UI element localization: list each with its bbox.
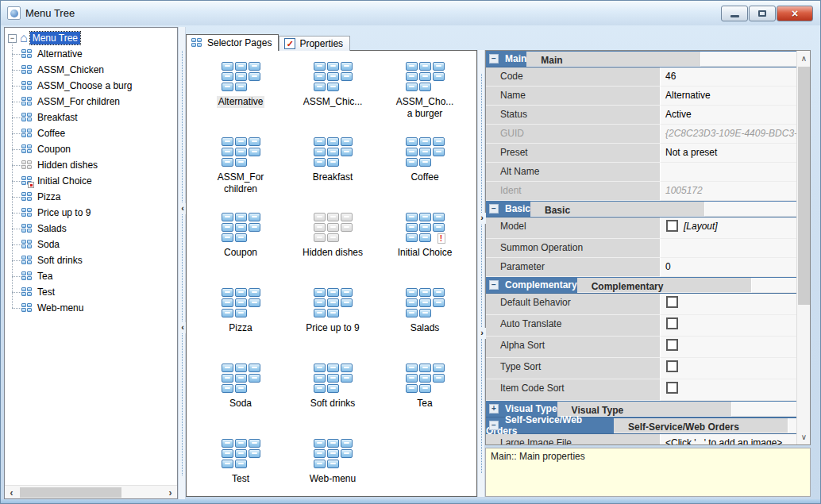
tree-item[interactable]: Soda [8, 237, 177, 252]
tree-root[interactable]: − ⌂ Menu Tree [8, 30, 177, 46]
property-value-cell[interactable]: {2C8C23D3-109E-4409-BDC3-} [661, 125, 796, 144]
property-row[interactable]: Item Code Sort Item Code Sort [486, 379, 796, 401]
selector-page-item[interactable]: ! Salads [379, 288, 471, 364]
scroll-right-icon[interactable]: › [164, 486, 177, 499]
property-row[interactable]: Model Model [Layout] [486, 217, 796, 239]
property-value-cell[interactable]: [Layout] [661, 217, 796, 239]
checkbox[interactable] [666, 382, 678, 394]
tree-item[interactable]: Initial Choice [8, 173, 177, 189]
property-value-cell[interactable] [732, 402, 796, 417]
tree-item[interactable]: Hidden dishes [8, 157, 177, 173]
property-row[interactable]: Ident Ident 1005172 [486, 182, 796, 201]
property-value-cell[interactable]: Alternative [661, 87, 796, 106]
close-button[interactable]: × [777, 6, 813, 21]
section-header[interactable]: − Self-Service/Web Orders [486, 414, 614, 437]
property-row[interactable]: Type Sort Type Sort [486, 358, 796, 379]
property-value-cell[interactable] [788, 418, 796, 433]
property-value-cell[interactable] [661, 358, 796, 379]
tree-horizontal-scrollbar[interactable]: ‹ › [5, 485, 177, 498]
property-row[interactable]: Auto Translate Auto Translate [486, 315, 796, 337]
tree-item[interactable]: Alternative [8, 46, 177, 62]
maximize-button[interactable] [749, 6, 776, 21]
tab-properties[interactable]: ✓ Properties [279, 36, 350, 51]
tree-item[interactable]: Test [8, 284, 177, 300]
selector-page-item[interactable]: ! Breakfast [287, 137, 379, 213]
property-row[interactable]: − Complementary Complementary [486, 277, 796, 294]
section-header[interactable]: − Complementary [486, 279, 577, 290]
property-row[interactable]: GUID GUID {2C8C23D3-109E-4409-BDC3-} [486, 125, 796, 144]
property-row[interactable]: Summon Operation Summon Operation [486, 239, 796, 258]
titlebar[interactable]: Menu Tree × [1, 1, 820, 25]
tree-item[interactable]: Salads [8, 221, 177, 237]
properties-vertical-scrollbar[interactable]: ∧ ∨ [796, 51, 810, 444]
property-row[interactable]: Default Behavior Default Behavior [486, 294, 796, 315]
checkbox[interactable] [666, 317, 678, 329]
tree-item[interactable]: ASSM_For children [8, 94, 177, 110]
property-value-cell[interactable]: Not a preset [661, 144, 796, 163]
collapse-right-icon[interactable]: › [478, 213, 486, 224]
property-value-cell[interactable]: Active [661, 106, 796, 125]
expander-icon[interactable]: − [489, 421, 499, 430]
checkbox[interactable] [666, 220, 678, 232]
selector-page-item[interactable]: ! Pizza [195, 288, 287, 364]
tree-item[interactable]: Tea [8, 268, 177, 284]
scrollbar-thumb[interactable] [20, 487, 121, 498]
tree-item[interactable]: ASSM_Chicken [8, 62, 177, 78]
left-splitter[interactable]: ‹ ‹ [178, 27, 186, 499]
selector-page-item[interactable]: ! Test [195, 439, 287, 497]
tree-item[interactable]: Pizza [8, 189, 177, 205]
tree-item[interactable]: ASSM_Choose a burg [8, 78, 177, 94]
property-row[interactable]: Parameter Parameter 0 [486, 258, 796, 277]
scroll-up-icon[interactable]: ∧ [797, 52, 811, 65]
selector-page-item[interactable]: ! Coupon [195, 213, 287, 288]
minimize-button[interactable] [721, 6, 748, 21]
tree-item[interactable]: Price up to 9 [8, 205, 177, 221]
property-row[interactable]: − Basic Basic [486, 201, 796, 217]
expander-icon[interactable]: − [489, 280, 499, 290]
property-row[interactable]: − Main Main [486, 51, 796, 67]
property-row[interactable]: Alpha Sort Alpha Sort [486, 337, 796, 358]
property-row[interactable]: Status Status Active [486, 106, 796, 125]
expander-icon[interactable]: − [489, 204, 499, 214]
selector-page-item[interactable]: ! Soft drinks [287, 364, 379, 439]
checkbox[interactable] [666, 360, 678, 372]
right-splitter[interactable]: › › [477, 50, 485, 497]
property-value-cell[interactable]: 46 [661, 67, 796, 87]
property-value-cell[interactable] [705, 202, 796, 217]
collapse-icon[interactable]: − [8, 34, 17, 43]
scroll-down-icon[interactable]: ∨ [797, 430, 811, 444]
property-row[interactable]: Code Code 46 [486, 67, 796, 87]
checkbox[interactable] [666, 296, 678, 308]
tree-item[interactable]: Breakfast [8, 110, 177, 125]
tree-item[interactable]: Soft drinks [8, 252, 177, 268]
selector-page-item[interactable]: ! ASSM_Chic... [287, 62, 379, 137]
selector-page-item[interactable]: ! ASSM_Cho... a burger [379, 62, 471, 137]
property-value-cell[interactable] [661, 163, 796, 182]
property-value-cell[interactable]: <Click '...' to add an image> [661, 434, 796, 444]
scroll-left-icon[interactable]: ‹ [5, 486, 18, 499]
property-value-cell[interactable] [661, 239, 796, 258]
property-value-cell[interactable]: 1005172 [661, 182, 796, 201]
expander-icon[interactable]: + [489, 404, 499, 414]
scrollbar-thumb[interactable] [798, 67, 810, 305]
section-header[interactable]: − Main [486, 53, 526, 64]
selector-page-item[interactable]: ! Price up to 9 [287, 288, 379, 364]
selector-page-item[interactable]: ! Soda [195, 364, 287, 439]
expander-icon[interactable]: − [489, 54, 499, 63]
property-row[interactable]: − Self-Service/Web Orders Self-Service/W… [486, 417, 796, 434]
selector-page-item[interactable]: ! Initial Choice [379, 213, 471, 288]
property-value-cell[interactable]: 0 [661, 258, 796, 277]
tree-item[interactable]: Web-menu [8, 300, 177, 316]
checkbox[interactable] [666, 339, 678, 351]
property-value-cell[interactable] [661, 294, 796, 315]
selector-page-item[interactable]: ! Alternative [195, 62, 287, 137]
tree-item[interactable]: Coffee [8, 125, 177, 141]
property-value-cell[interactable] [701, 52, 796, 67]
selector-page-item[interactable]: ! Coffee [379, 137, 471, 213]
selector-page-item[interactable]: ! ASSM_For children [195, 137, 287, 213]
collapse-right-icon[interactable]: › [478, 328, 486, 339]
property-value-cell[interactable] [661, 337, 796, 358]
section-header[interactable]: − Basic [486, 203, 530, 214]
tab-selector-pages[interactable]: Selector Pages [186, 34, 279, 51]
selector-page-item[interactable]: ! Web-menu [287, 439, 379, 497]
